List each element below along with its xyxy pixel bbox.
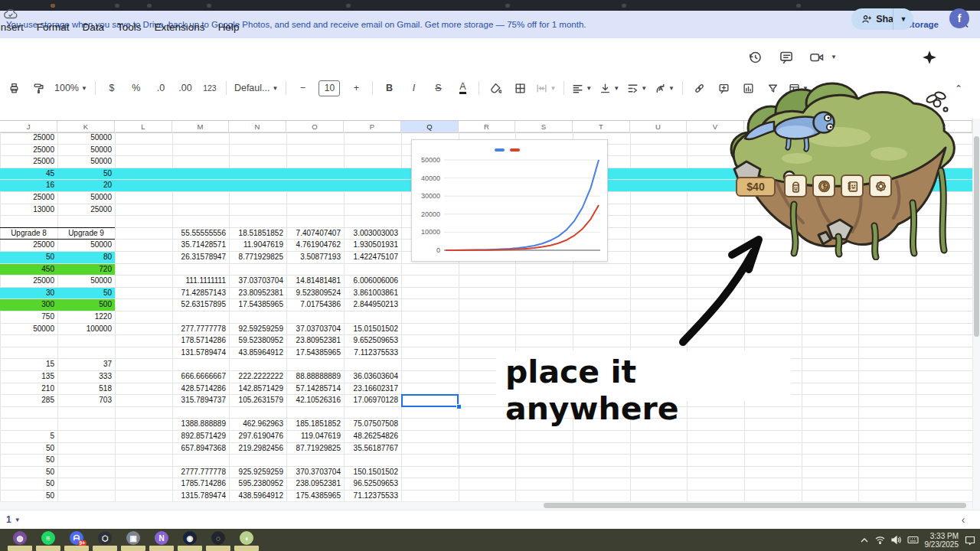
cell-P-r17[interactable]: 9.652509653 [344,334,401,347]
format-currency-button[interactable]: $ [101,79,122,97]
tray-chevron-up-icon[interactable] [860,536,869,544]
cell-P-r25[interactable]: 48.26254826 [344,430,401,442]
cell-P-r8[interactable]: 3.003003003 [344,227,401,240]
vertical-align-button[interactable]: ▼ [597,79,622,97]
taskbar-app-discord[interactable]: ᗩ9+ [70,531,83,545]
account-avatar[interactable]: f [949,8,969,28]
touch-keyboard-icon[interactable] [907,536,919,544]
print-button[interactable] [3,79,24,97]
cell-J-r19[interactable]: 15 [0,358,57,370]
cell-K-r13[interactable]: 50 [57,287,115,299]
cell-P-r22[interactable]: 17.06970128 [344,394,401,406]
cell-M-r30[interactable]: 1315.789474 [172,490,229,502]
column-header-N[interactable]: N [229,121,286,132]
cell-J-r22[interactable]: 285 [0,394,57,406]
cell-O-r10[interactable]: 3.50877193 [286,251,344,263]
wifi-icon[interactable] [875,536,885,544]
game-button-settings[interactable] [869,174,892,197]
notification-icon[interactable] [965,536,975,545]
cell-J-r10[interactable]: 50 [0,251,57,263]
cell-O-r21[interactable]: 57.14285714 [286,383,344,395]
cell-P-r28[interactable]: 150.1501502 [344,466,401,478]
cell-O-r25[interactable]: 119.047619 [286,430,344,442]
cell-O-r22[interactable]: 42.10526316 [286,394,344,406]
cell-O-r14[interactable]: 7.01754386 [286,298,344,311]
cell-J-r30[interactable]: 50 [0,490,57,502]
volume-icon[interactable] [891,536,901,544]
cell-P-r9[interactable]: 1.930501931 [344,239,401,251]
text-rotation-button[interactable]: ▼ [652,79,677,97]
cell-K-r19[interactable]: 37 [57,358,115,370]
cell-N-r21[interactable]: 142.8571429 [229,383,286,395]
cell-M-r10[interactable]: 26.31578947 [172,251,229,263]
embedded-chart[interactable]: 50000400003000020000100000 [411,139,608,262]
column-header-R[interactable]: R [459,121,515,132]
cell-P-r20[interactable]: 36.03603604 [344,370,401,383]
cell-N-r29[interactable]: 595.2380952 [229,478,286,490]
cell-M-r13[interactable]: 71.42857143 [172,287,229,299]
cell-J-r16[interactable]: 50000 [0,323,57,335]
cell-M-r21[interactable]: 428.5714286 [172,383,229,395]
cell-J-r9[interactable]: 25000 [0,239,57,251]
cell-K-r5[interactable]: 50000 [57,191,115,204]
column-header-J[interactable]: J [0,121,57,132]
column-header-P[interactable]: P [344,121,401,132]
column-header-S[interactable]: S [515,121,573,132]
more-formats-button[interactable]: 123 [199,79,220,97]
cell-K-r16[interactable]: 100000 [57,323,115,335]
menu-help[interactable]: Help [218,21,240,33]
cell-J-r26[interactable]: 50 [0,442,57,455]
column-header-U[interactable]: U [630,121,687,132]
cell-N-r18[interactable]: 43.85964912 [229,347,286,359]
menu-tools[interactable]: Tools [117,21,142,33]
cell-J-r25[interactable]: 5 [0,430,57,442]
cell-J-r29[interactable]: 50 [0,478,57,490]
cell-J-r27[interactable]: 50 [0,454,57,466]
cell-J-r13[interactable]: 30 [0,287,57,299]
fill-handle[interactable] [456,404,462,409]
cell-N-r30[interactable]: 438.5964912 [229,490,286,502]
cell-P-r16[interactable]: 15.01501502 [344,323,401,335]
decrease-decimals-button[interactable]: .0 [150,79,172,97]
cell-J-r2[interactable]: 25000 [0,155,57,168]
share-caret-icon[interactable]: ▼ [893,8,913,30]
cell-K-r8[interactable]: Upgrade 9 [57,227,115,240]
taskbar-app-nvidia[interactable]: N [155,531,168,545]
cell-P-r12[interactable]: 6.006006006 [344,275,401,287]
taskbar-app-github[interactable]: ◍ [13,531,27,545]
cell-J-r6[interactable]: 13000 [0,204,57,216]
cell-M-r14[interactable]: 52.63157895 [172,298,229,311]
paint-format-button[interactable] [28,79,49,97]
taskbar-app-modrinth[interactable]: ⬡ [98,531,112,545]
insert-link-button[interactable] [688,79,710,97]
vertical-scrollbar-thumb[interactable] [974,136,979,337]
sheet-tab[interactable]: 1 ▼ [2,512,25,527]
cell-O-r13[interactable]: 9.523809524 [286,287,344,299]
game-button-coin-shop[interactable] [812,174,835,197]
cell-O-r29[interactable]: 238.0952381 [286,478,344,490]
taskbar-app-egg-game[interactable]: ◖ [240,531,253,545]
cell-N-r13[interactable]: 23.80952381 [229,287,286,299]
cell-J-r5[interactable]: 25000 [0,191,57,204]
cell-K-r15[interactable]: 1220 [57,311,115,323]
game-island[interactable] [724,42,961,260]
cell-K-r14[interactable]: 500 [57,298,115,311]
merge-cells-button[interactable]: ▼ [534,79,558,97]
cell-N-r22[interactable]: 105.2631579 [229,394,286,406]
menu-data[interactable]: Data [83,21,105,33]
cell-P-r21[interactable]: 23.16602317 [344,383,401,395]
cell-N-r28[interactable]: 925.9259259 [229,466,286,478]
column-header-L[interactable]: L [115,121,172,132]
increase-font-size-button[interactable]: + [345,79,367,97]
cell-O-r26[interactable]: 87.71929825 [286,442,344,455]
taskbar-app-obs[interactable]: ◌ [211,531,225,545]
bold-button[interactable]: B [378,79,400,97]
cell-M-r26[interactable]: 657.8947368 [172,442,229,455]
cell-J-r8[interactable]: Upgrade 8 [0,227,57,240]
cell-K-r6[interactable]: 25000 [57,204,115,216]
clock[interactable]: 3:33 PM 9/23/2025 [925,532,959,549]
strikethrough-button[interactable]: S [427,79,449,97]
cell-N-r25[interactable]: 297.6190476 [229,430,286,442]
cell-N-r24[interactable]: 462.962963 [229,418,286,430]
cell-O-r9[interactable]: 4.761904762 [286,239,344,251]
